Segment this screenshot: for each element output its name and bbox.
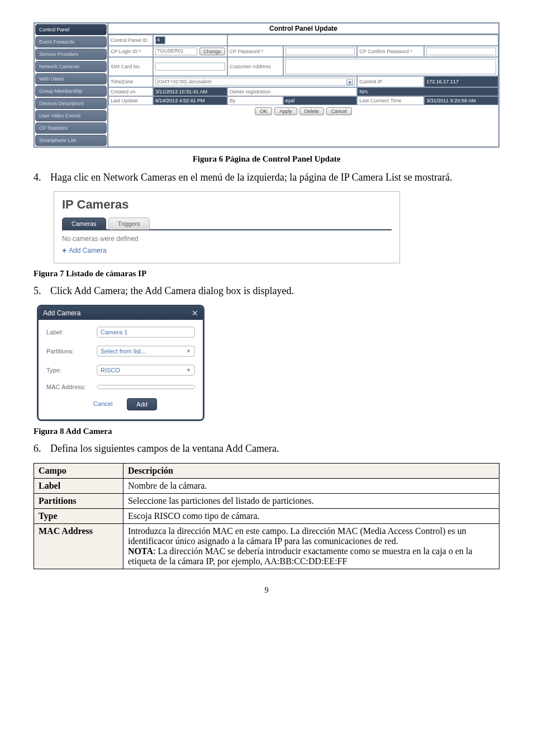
- lct-label: Last Connect Time: [357, 96, 424, 105]
- created-label: Created on: [108, 87, 153, 96]
- chevron-down-icon: ▼: [186, 348, 191, 354]
- caddr-label: Customer Address: [227, 57, 283, 76]
- camera-label-label: Label:: [46, 329, 97, 336]
- no-cameras-text: No cameras were defined: [62, 235, 392, 243]
- delete-button[interactable]: Delete: [299, 107, 324, 115]
- cip-value: 172.16.17.117: [424, 76, 498, 87]
- type-label: Type:: [46, 367, 97, 374]
- partitions-select[interactable]: Select from list...▼: [97, 346, 195, 357]
- sim-input[interactable]: [155, 63, 225, 70]
- mac-input[interactable]: [97, 385, 195, 389]
- sidebar-item-web-users[interactable]: Web Users: [35, 73, 107, 84]
- figure-6-caption: Figura 6 Página de Control Panel Update: [34, 154, 499, 164]
- mac-label: MAC Address:: [46, 384, 97, 390]
- by-value: eyal: [283, 96, 358, 105]
- login-input[interactable]: TGUSER01: [155, 48, 197, 55]
- oreg-label: Owner registration: [227, 87, 358, 96]
- cpu-main-panel: Control Panel Update Control Panel ID 4 …: [107, 23, 498, 147]
- sidebar-item-control-panel[interactable]: Control Panel: [35, 24, 107, 35]
- step-6-number: 6.: [34, 442, 50, 456]
- caddr-input[interactable]: [285, 59, 496, 74]
- control-panel-update: Control Panel Event Forwards Service Pro…: [34, 22, 499, 148]
- sidebar-item-cp-statistics[interactable]: CP Statistics: [35, 122, 107, 134]
- camera-label-input[interactable]: Camera 1: [97, 327, 195, 338]
- table-row-mac-c: MAC Address: [34, 523, 123, 569]
- cpu-panel-title: Control Panel Update: [269, 25, 337, 32]
- field-description-table: Campo Descripción Label Nombre de la cám…: [34, 463, 499, 569]
- table-row-label-d: Nombre de la cámara.: [123, 478, 499, 493]
- table-row-part-d: Seleccione las particiones del listado d…: [123, 493, 499, 508]
- sidebar-item-network-cameras[interactable]: Network Cameras: [35, 61, 107, 72]
- plus-icon: +: [62, 246, 66, 255]
- ip-cameras-panel: IP Cameras Cameras Triggers No cameras w…: [54, 191, 400, 263]
- sidebar-item-service-providers[interactable]: Service Providers: [35, 49, 107, 60]
- figure-7-caption: Figura 7 Listado de cámaras IP: [34, 269, 499, 278]
- sidebar-item-group-membership[interactable]: Group Membership: [35, 86, 107, 97]
- tab-triggers[interactable]: Triggers: [108, 218, 150, 230]
- add-camera-title: Add Camera: [43, 309, 80, 317]
- ip-cameras-title: IP Cameras: [62, 197, 392, 212]
- dialog-cancel-button[interactable]: Cancel: [84, 398, 121, 410]
- oreg-value: N/A: [357, 87, 498, 96]
- tab-cameras[interactable]: Cameras: [62, 218, 106, 230]
- by-label: By: [227, 96, 283, 105]
- step-4-text: Haga clic en Network Cameras en el menú …: [50, 171, 499, 185]
- pw-input[interactable]: [285, 48, 355, 55]
- table-row-type-c: Type: [34, 508, 123, 523]
- partitions-label: Partitions:: [46, 348, 97, 355]
- table-row-part-c: Partitions: [34, 493, 123, 508]
- created-value: 3/11/2013 10:31:41 AM: [153, 87, 227, 96]
- table-head-descripcion: Descripción: [123, 463, 499, 478]
- sidebar-item-devices-descriptors[interactable]: Devices Descriptors: [35, 98, 107, 109]
- lup-label: Last Update: [108, 96, 153, 105]
- step-6-text: Defina los siguientes campos de la venta…: [50, 442, 499, 456]
- table-row-mac-d: Introduzca la dirección MAC en este camp…: [123, 523, 499, 569]
- step-5-number: 5.: [34, 284, 50, 298]
- lup-value: 8/14/2013 4:52:41 PM: [153, 96, 227, 105]
- table-row-label-c: Label: [34, 478, 123, 493]
- table-row-type-d: Escoja RISCO como tipo de cámara.: [123, 508, 499, 523]
- cpid-value: 4: [155, 36, 165, 44]
- cip-label: Current IP: [357, 76, 424, 87]
- cpw-input[interactable]: [426, 48, 496, 55]
- sim-label: SIM Card No: [108, 57, 153, 76]
- page-number: 9: [34, 586, 499, 595]
- cancel-button[interactable]: Cancel: [326, 107, 352, 115]
- tz-label: TimeZone: [108, 76, 153, 87]
- add-camera-link[interactable]: + Add Camera: [62, 246, 392, 255]
- type-select[interactable]: RISCO▼: [97, 365, 195, 376]
- step-4-number: 4.: [34, 171, 50, 185]
- figure-8-caption: Figura 8 Add Camera: [34, 427, 499, 436]
- lct-value: 3/31/2011 9:20:59 AM: [424, 96, 498, 105]
- cpw-label: CP Confirm Password *: [357, 46, 424, 57]
- login-label: CP Login ID *: [108, 46, 153, 57]
- pw-label: CP Password *: [227, 46, 283, 57]
- cpu-sidebar: Control Panel Event Forwards Service Pro…: [35, 23, 107, 147]
- change-button[interactable]: Change: [199, 48, 225, 55]
- chevron-down-icon: ▼: [346, 79, 353, 85]
- dialog-add-button[interactable]: Add: [127, 398, 157, 410]
- table-head-campo: Campo: [34, 463, 123, 478]
- step-5-text: Click Add Camera; the Add Camera dialog …: [50, 284, 499, 298]
- sidebar-item-event-forwards[interactable]: Event Forwards: [35, 36, 107, 48]
- apply-button[interactable]: Apply: [274, 107, 297, 115]
- sidebar-item-user-video-events[interactable]: User Video Events: [35, 110, 107, 121]
- add-camera-dialog: Add Camera ✕ Label: Camera 1 Partitions:…: [37, 305, 204, 421]
- add-camera-label: Add Camera: [69, 247, 106, 254]
- chevron-down-icon: ▼: [186, 367, 191, 373]
- close-icon[interactable]: ✕: [192, 309, 198, 318]
- ok-button[interactable]: OK: [255, 107, 272, 115]
- cpid-label: Control Panel ID: [108, 35, 153, 46]
- tz-select[interactable]: (GMT+02:00) Jerusalem▼: [155, 78, 355, 86]
- sidebar-item-smartphone-list[interactable]: Smartphone List: [35, 135, 107, 146]
